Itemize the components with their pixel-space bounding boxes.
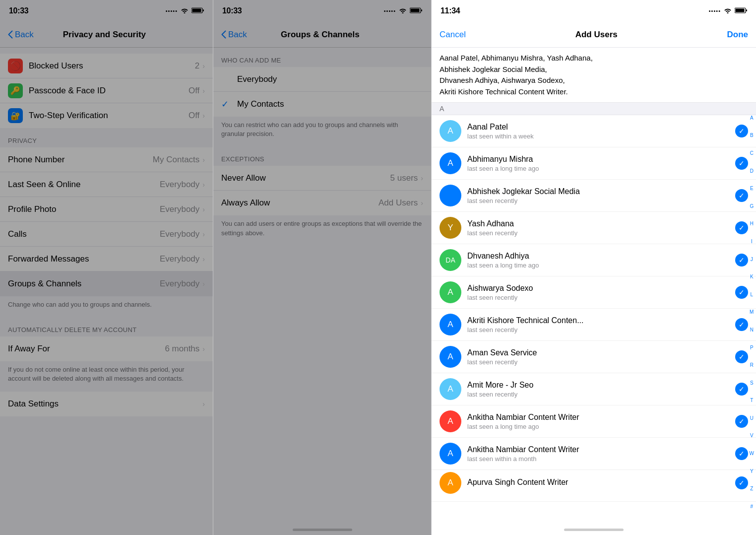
contact-check-ankitha2[interactable]: ✓ [735, 447, 748, 460]
contact-check-abhimanyu[interactable]: ✓ [735, 157, 748, 170]
alpha-index[interactable]: A B C D E G H I J K L M N P R S T U V W … [750, 109, 754, 515]
alpha-h[interactable]: H [750, 221, 754, 226]
contact-avatar-akriti: A [440, 314, 461, 335]
svg-rect-2 [203, 9, 204, 11]
alpha-m[interactable]: M [750, 309, 754, 315]
alpha-n[interactable]: N [750, 327, 754, 333]
alpha-z[interactable]: Z [750, 486, 753, 491]
alpha-t[interactable]: T [750, 398, 753, 403]
alpha-i[interactable]: I [751, 239, 753, 244]
contact-info-dhvanesh: Dhvanesh Adhiya last seen a long time ag… [467, 252, 735, 269]
my-contacts-label: My Contacts [237, 99, 284, 109]
if-away-chevron: › [202, 345, 205, 353]
passcode-chevron: › [202, 87, 205, 95]
contacts-scroll-area[interactable]: A A Aanal Patel last seen within a week … [432, 103, 756, 535]
two-step-label: Two-Step Verification [29, 111, 189, 121]
contact-row-yash[interactable]: Y Yash Adhana last seen recently ✓ [432, 212, 756, 244]
contact-check-aishwarya[interactable]: ✓ [735, 286, 748, 299]
done-button[interactable]: Done [727, 30, 748, 40]
contact-name-aman: Aman Seva Service [467, 348, 735, 357]
my-contacts-option[interactable]: ✓ My Contacts [213, 92, 431, 117]
contact-check-ankitha1[interactable]: ✓ [735, 415, 748, 428]
everybody-option[interactable]: Everybody [213, 67, 431, 92]
alpha-hash[interactable]: # [750, 504, 753, 509]
contact-row-apurva[interactable]: A Apurva Singh Content Writer ✓ [432, 470, 756, 502]
phone-number-row[interactable]: Phone Number My Contacts › [0, 147, 213, 172]
contact-status-abhimanyu: last seen a long time ago [467, 165, 735, 172]
alpha-j[interactable]: J [751, 257, 753, 262]
always-allow-value: Add Users [378, 198, 418, 208]
never-allow-row[interactable]: Never Allow 5 users › [213, 166, 431, 191]
profile-photo-value: Everybody [160, 204, 199, 214]
everybody-checkmark [221, 74, 232, 84]
groups-channels-row[interactable]: Groups & Channels Everybody › [0, 271, 213, 296]
alpha-e[interactable]: E [750, 186, 754, 191]
contact-row-akriti[interactable]: A Akriti Kishore Technical Conten... las… [432, 309, 756, 341]
contact-info-yash: Yash Adhana last seen recently [467, 219, 735, 237]
alpha-d[interactable]: D [750, 168, 754, 174]
last-seen-row[interactable]: Last Seen & Online Everybody › [0, 172, 213, 197]
contact-status-dhvanesh: last seen a long time ago [467, 262, 735, 269]
alpha-a[interactable]: A [750, 115, 754, 121]
contact-check-abhishek[interactable]: ✓ [735, 189, 748, 202]
contact-avatar-yash: Y [440, 217, 461, 239]
contact-avatar-aanal: A [440, 120, 461, 142]
data-settings-row[interactable]: Data Settings › [0, 392, 213, 416]
groups-channels-label: Groups & Channels [8, 279, 160, 289]
wifi-icon [181, 7, 189, 15]
calls-value: Everybody [160, 229, 199, 239]
calls-row[interactable]: Calls Everybody › [0, 222, 213, 247]
alpha-u[interactable]: U [750, 415, 754, 421]
back-button-2[interactable]: Back [221, 30, 247, 40]
if-away-row[interactable]: If Away For 6 months › [0, 336, 213, 361]
two-step-row[interactable]: 🔐 Two-Step Verification Off › [0, 103, 213, 128]
blocked-icon: 🚫 [8, 59, 23, 73]
profile-photo-row[interactable]: Profile Photo Everybody › [0, 197, 213, 222]
forwarded-value: Everybody [160, 254, 199, 264]
contact-row-abhimanyu[interactable]: A Abhimanyu Mishra last seen a long time… [432, 147, 756, 180]
contact-check-aanal[interactable]: ✓ [735, 125, 748, 137]
alpha-y[interactable]: Y [750, 468, 754, 474]
svg-rect-7 [736, 8, 745, 12]
alpha-c[interactable]: C [750, 150, 754, 156]
cancel-button[interactable]: Cancel [440, 30, 466, 40]
forwarded-messages-row[interactable]: Forwarded Messages Everybody › [0, 247, 213, 271]
panel-groups-channels: 10:33 ••••• Back Groups & Channels WHO C… [213, 0, 432, 535]
contact-row-ankitha1[interactable]: A Ankitha Nambiar Content Writer last se… [432, 405, 756, 438]
contact-row-aman[interactable]: A Aman Seva Service last seen recently ✓ [432, 341, 756, 373]
contact-check-aman[interactable]: ✓ [735, 350, 748, 363]
contact-info-aanal: Aanal Patel last seen within a week [467, 123, 735, 140]
last-seen-chevron: › [202, 181, 205, 189]
contact-row-aishwarya[interactable]: A Aishwarya Sodexo last seen recently ✓ [432, 276, 756, 309]
contact-row-ankitha2[interactable]: A Ankitha Nambiar Content Writer last se… [432, 438, 756, 470]
back-button-1[interactable]: Back [8, 30, 34, 40]
alpha-l[interactable]: L [750, 292, 753, 297]
contact-check-apurva[interactable]: ✓ [735, 476, 748, 489]
contact-row-aanal[interactable]: A Aanal Patel last seen within a week ✓ [432, 115, 756, 147]
blocked-users-row[interactable]: 🚫 Blocked Users 2 › [0, 54, 213, 78]
alpha-w[interactable]: W [750, 451, 754, 456]
contact-check-yash[interactable]: ✓ [735, 221, 748, 234]
contact-name-ankitha2: Ankitha Nambiar Content Writer [467, 445, 735, 454]
contact-name-aanal: Aanal Patel [467, 123, 735, 132]
contact-avatar-abhimanyu: A [440, 152, 461, 174]
alpha-b[interactable]: B [750, 133, 754, 138]
alpha-v[interactable]: V [750, 433, 754, 438]
contact-row-abhishek[interactable]: Abhishek Joglekar Social Media last seen… [432, 180, 756, 212]
passcode-row[interactable]: 🔑 Passcode & Face ID Off › [0, 78, 213, 103]
alpha-g[interactable]: G [750, 203, 754, 209]
contact-check-amit[interactable]: ✓ [735, 383, 748, 396]
contact-check-akriti[interactable]: ✓ [735, 318, 748, 331]
alpha-k[interactable]: K [750, 274, 754, 279]
contact-row-dhvanesh[interactable]: DA Dhvanesh Adhiya last seen a long time… [432, 244, 756, 276]
alpha-s[interactable]: S [750, 380, 754, 386]
who-can-description: You can restrict who can add you to grou… [213, 117, 431, 138]
contact-check-dhvanesh[interactable]: ✓ [735, 254, 748, 267]
alpha-r[interactable]: R [750, 362, 754, 368]
alpha-p[interactable]: P [750, 345, 754, 350]
away-note: If you do not come online at least once … [0, 361, 213, 391]
always-allow-row[interactable]: Always Allow Add Users › [213, 191, 431, 215]
contact-name-aishwarya: Aishwarya Sodexo [467, 284, 735, 293]
svg-rect-8 [746, 9, 747, 11]
contact-row-amit[interactable]: A Amit More - Jr Seo last seen recently … [432, 373, 756, 405]
